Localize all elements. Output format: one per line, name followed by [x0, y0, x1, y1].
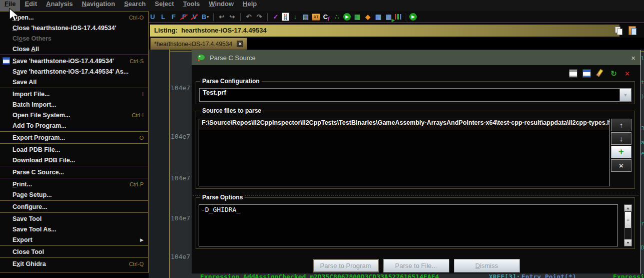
parse-options-input[interactable]: -D_GHIDRA_ — [199, 204, 618, 246]
menu-item-exit-ghidra[interactable]: Exit GhidraCtrl-Q — [0, 258, 148, 269]
tab-close-icon[interactable] — [237, 41, 243, 47]
bookmark-icon[interactable]: B▾ — [201, 13, 210, 22]
parse-options-scrollbar[interactable] — [624, 204, 632, 246]
menu-item-import-file[interactable]: Import File...I — [0, 89, 148, 99]
memory-icon[interactable]: ▦ — [353, 13, 362, 22]
chevron-down-icon[interactable] — [619, 89, 631, 101]
menu-item-export[interactable]: Export▶ — [0, 234, 148, 245]
redo-icon[interactable]: ↷ — [255, 13, 264, 22]
menu-item-load-pdb-file[interactable]: Load PDB File... — [0, 144, 148, 155]
assembly-text-segment: Entry Point(*), — [521, 273, 580, 278]
save-profile-icon[interactable] — [569, 69, 577, 78]
format-function-icon[interactable]: F — [169, 13, 178, 22]
menubar-item-help[interactable]: Help — [238, 0, 261, 11]
clipped-char: 3 — [641, 125, 644, 132]
menubar-item-search[interactable]: Search — [120, 0, 150, 11]
parse-to-file-button[interactable]: Parse to File... — [383, 259, 449, 272]
validate-icon[interactable]: ✓ — [271, 13, 280, 22]
dialog-titlebar[interactable]: Parse C Source — [192, 50, 640, 65]
menu-item-save-all[interactable]: Save All — [0, 77, 148, 87]
scroll-down-icon[interactable] — [624, 239, 631, 246]
decompiler-icon[interactable]: Cf — [322, 13, 331, 22]
menu-item-open[interactable]: Open...Ctrl-O — [0, 12, 148, 23]
run-script-icon[interactable]: ▶ — [343, 13, 351, 21]
data-type-manager-icon[interactable]: DT — [312, 14, 320, 21]
move-down-button[interactable]: ↓ — [611, 132, 631, 145]
scrollbar-thumb[interactable] — [625, 212, 631, 228]
script-manager-icon[interactable]: ▶ — [409, 13, 417, 21]
dialog-close-icon[interactable] — [631, 54, 635, 62]
menu-item-add-to-program[interactable]: Add To Program... — [0, 120, 148, 131]
source-files-list[interactable]: F:\Source\Repos\Il2CppInspector\Il2CppTe… — [199, 119, 610, 186]
menu-item-batch-import[interactable]: Batch Import... — [0, 99, 148, 110]
menu-item-close-others[interactable]: Close Others — [0, 33, 148, 44]
menu-item-configure[interactable]: Configure... — [0, 201, 148, 212]
clear-variable-icon[interactable]: V — [190, 13, 199, 22]
parse-options-label: Parse Options — [200, 194, 245, 201]
menu-item-print[interactable]: Print...Ctrl-P — [0, 179, 148, 189]
menu-item-export-program[interactable]: Export Program...O — [0, 132, 148, 143]
symbol-tree-icon[interactable]: ∴ — [332, 13, 341, 22]
splitter-handle[interactable] — [193, 194, 639, 196]
address-label: 104e7 — [171, 133, 190, 140]
refresh-icon[interactable]: ↻ — [609, 69, 618, 78]
table-export-icon[interactable]: ▦▶ — [384, 13, 393, 22]
address-label: 104e7 — [171, 84, 190, 92]
dismiss-button[interactable]: Dismiss — [454, 259, 520, 272]
menu-item-save-hearthstone-ios-17-4-49534-as[interactable]: Save 'hearthstone-iOS-17.4.49534' As... — [0, 66, 148, 77]
dialog-button-row: Parse to ProgramParse to File...Dismiss — [192, 259, 640, 272]
main-toolbar: ULFFVB▾↩↪↶↷✓1001↓▤DTCf∴▶▦◆▦▦▶▶ — [146, 11, 644, 23]
import-icon[interactable]: ↓ — [291, 13, 300, 22]
menu-item-save-tool[interactable]: Save Tool — [0, 213, 148, 224]
toolbar-separator — [405, 13, 405, 21]
menu-item-close-tool[interactable]: Close Tool — [0, 246, 148, 257]
listing-header[interactable]: Listing: hearthstone-iOS-17.4.49534 — [150, 25, 619, 37]
scroll-up-icon[interactable] — [624, 205, 631, 211]
format-label-icon[interactable]: L — [159, 13, 168, 22]
tab-hearthstone[interactable]: *hearthstone-iOS-17.4.49534 — [150, 38, 247, 50]
add-file-button[interactable]: + — [611, 146, 631, 158]
parse-configuration-select[interactable]: Test.prf — [199, 88, 631, 102]
diamond-icon[interactable]: ◆ — [363, 13, 372, 22]
menubar-item-analysis[interactable]: Analysis — [42, 0, 77, 11]
menu-item-save-tool-as[interactable]: Save Tool As... — [0, 224, 148, 234]
menubar-item-select[interactable]: Select — [150, 0, 178, 11]
source-files-group: Source files to parse F:\Source\Repos\Il… — [196, 111, 635, 189]
parse-configuration-label: Parse Configuration — [200, 78, 262, 85]
byte-viewer-icon[interactable]: 1001 — [282, 13, 289, 21]
menu-item-open-file-system[interactable]: Open File System...Ctrl-I — [0, 110, 148, 120]
save-profile-as-icon[interactable] — [582, 69, 591, 78]
dialog-title: Parse C Source — [210, 54, 256, 62]
list-buttons: ↑↓+× — [611, 119, 631, 173]
menubar-item-navigation[interactable]: Navigation — [77, 0, 119, 11]
delete-profile-icon[interactable]: × — [623, 69, 631, 78]
paste-icon[interactable] — [628, 26, 636, 35]
menu-item-parse-c-source[interactable]: Parse C Source... — [0, 167, 148, 177]
undo-icon[interactable]: ↶ — [244, 13, 253, 22]
paste-previous-icon[interactable]: ↩ — [217, 13, 226, 22]
menu-item-save-hearthstone-ios-17-4-49534[interactable]: Save 'hearthstone-iOS-17.4.49534'Ctrl-S — [0, 56, 148, 66]
mouse-cursor — [9, 8, 20, 22]
remove-file-button[interactable]: × — [611, 159, 631, 172]
menu-bar: FileEditAnalysisNavigationSearchSelectTo… — [0, 0, 644, 11]
menu-item-page-setup[interactable]: Page Setup... — [0, 189, 148, 200]
menu-item-close-all[interactable]: Close All — [0, 44, 148, 54]
copy-icon[interactable] — [615, 27, 622, 34]
menubar-item-edit[interactable]: Edit — [20, 0, 42, 11]
move-up-button[interactable]: ↑ — [611, 119, 631, 131]
parse-to-program-button[interactable]: Parse to Program — [313, 259, 379, 272]
format-underline-icon[interactable]: U — [148, 13, 157, 22]
table-icon[interactable]: ▦ — [374, 13, 383, 22]
paste-next-icon[interactable]: ↪ — [228, 13, 237, 22]
source-file-item[interactable]: F:\Source\Repos\Il2CppInspector\Il2CppTe… — [199, 119, 609, 130]
menubar-item-window[interactable]: Window — [204, 0, 238, 11]
dialog-toolbar: ↻× — [569, 69, 631, 78]
clipped-char: l — [641, 55, 644, 62]
memory-map-icon[interactable]: ▤ — [301, 13, 310, 22]
menu-item-download-pdb-file[interactable]: Download PDB File... — [0, 155, 148, 165]
menu-item-close-hearthstone-ios-17-4-49534[interactable]: Close 'hearthstone-iOS-17.4.49534' — [0, 23, 148, 33]
menubar-item-tools[interactable]: Tools — [179, 0, 205, 11]
clear-profile-icon[interactable] — [596, 69, 604, 78]
clear-function-icon[interactable]: F — [180, 13, 189, 22]
chart-icon[interactable] — [395, 14, 401, 20]
